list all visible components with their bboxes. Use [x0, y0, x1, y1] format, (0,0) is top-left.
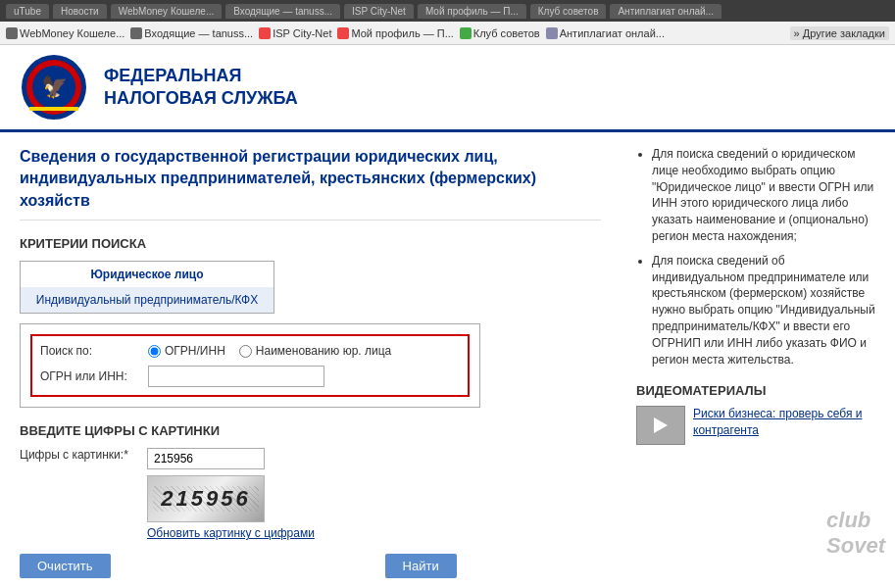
bookmark-favicon-inbox: [130, 27, 142, 39]
captcha-refresh-link[interactable]: Обновить картинку с цифрами: [147, 526, 315, 540]
club-sovet-watermark: clubSovet: [826, 508, 885, 559]
tab-youtube[interactable]: uTube: [6, 4, 49, 19]
tab-news[interactable]: Новости: [53, 4, 107, 19]
video-item: Риски бизнеса: проверь себя и контрагент…: [636, 406, 879, 445]
video-section-title: ВИДЕОМАТЕРИАЛЫ: [636, 383, 879, 398]
video-thumbnail[interactable]: [636, 406, 685, 445]
info-bullet-1: Для поиска сведений о юридическом лице н…: [652, 146, 879, 245]
search-form-inner: Поиск по: ОГРН/ИНН Наименованию юр. лица: [30, 334, 470, 397]
radio-ogrn-label[interactable]: ОГРН/ИНН: [148, 344, 225, 358]
browser-bar: uTube Новости WebMoney Кошеле... Входящи…: [0, 0, 895, 22]
search-button[interactable]: Найти: [385, 554, 457, 578]
captcha-section-title: ВВЕДИТЕ ЦИФРЫ С КАРТИНКИ: [20, 423, 601, 438]
captcha-label-col: Цифры с картинки:*: [20, 448, 137, 462]
radio-name[interactable]: [239, 345, 252, 358]
tab-antiplag[interactable]: Антиплагиат онлай...: [610, 4, 721, 19]
logo-image: 🦅: [20, 53, 88, 122]
info-bullets: Для поиска сведений о юридическом лице н…: [636, 146, 879, 368]
other-bookmarks[interactable]: » Другие закладки: [790, 26, 889, 40]
clear-button[interactable]: Очистить: [20, 554, 111, 578]
bookmark-favicon-isp: [259, 27, 271, 39]
tab-legal-entity[interactable]: Юридическое лицо: [21, 262, 273, 287]
tab-inbox[interactable]: Входящие — tanuss...: [225, 4, 340, 19]
captcha-label: Цифры с картинки:*: [20, 448, 137, 462]
bookmark-favicon-webmoney: [6, 27, 18, 39]
captcha-row: Цифры с картинки:* 215956 Обновить карти…: [20, 448, 601, 540]
radio-ogrn[interactable]: [148, 345, 161, 358]
search-by-row: Поиск по: ОГРН/ИНН Наименованию юр. лица: [40, 344, 460, 358]
radio-name-label[interactable]: Наименованию юр. лица: [239, 344, 391, 358]
entity-tabs: Юридическое лицо Индивидуальный предприн…: [20, 261, 274, 314]
bookmark-antiplag[interactable]: Антиплагиат онлай...: [546, 27, 665, 39]
ogrn-row: ОГРН или ИНН:: [40, 366, 460, 387]
ogrn-label: ОГРН или ИНН:: [40, 369, 138, 383]
info-bullet-2: Для поиска сведений об индивидуальном пр…: [652, 253, 879, 368]
bookmark-webmoney[interactable]: WebMoney Кошеле...: [6, 27, 124, 39]
content-area: Сведения о государственной регистрации ю…: [0, 132, 895, 588]
tab-isp[interactable]: ISP City-Net: [344, 4, 414, 19]
tab-profile[interactable]: Мой профиль — П...: [418, 4, 526, 19]
bookmark-profile[interactable]: Мой профиль — П...: [337, 27, 453, 39]
bookmark-favicon-club: [460, 27, 472, 39]
bookmark-inbox[interactable]: Входящие — tanuss...: [130, 27, 253, 39]
captcha-section: ВВЕДИТЕ ЦИФРЫ С КАРТИНКИ Цифры с картинк…: [20, 423, 601, 540]
site-header: 🦅 ФЕДЕРАЛЬНАЯ НАЛОГОВАЯ СЛУЖБА: [0, 45, 895, 132]
video-link[interactable]: Риски бизнеса: проверь себя и контрагент…: [693, 406, 879, 439]
bookmarks-bar: WebMoney Кошеле... Входящие — tanuss... …: [0, 22, 895, 45]
bookmark-favicon-antiplag: [546, 27, 558, 39]
tab-club[interactable]: Клуб советов: [530, 4, 607, 19]
captcha-input-col: 215956 Обновить картинку с цифрами: [147, 448, 315, 540]
bookmark-club[interactable]: Клуб советов: [460, 27, 540, 39]
page-title: Сведения о государственной регистрации ю…: [20, 146, 601, 220]
main-content: Сведения о государственной регистрации ю…: [0, 132, 621, 588]
action-buttons: Очистить Найти: [20, 554, 601, 578]
captcha-text: 215956: [161, 486, 250, 512]
search-section-title: КРИТЕРИИ ПОИСКА: [20, 236, 601, 251]
page-wrapper: 🦅 ФЕДЕРАЛЬНАЯ НАЛОГОВАЯ СЛУЖБА Сведения …: [0, 45, 895, 588]
svg-rect-4: [29, 107, 78, 111]
svg-text:🦅: 🦅: [41, 74, 69, 100]
tab-individual-entrepreneur[interactable]: Индивидуальный предприниматель/КФХ: [21, 287, 273, 313]
bookmark-favicon-profile: [337, 27, 349, 39]
bookmark-isp[interactable]: ISP City-Net: [259, 27, 331, 39]
search-radio-group: ОГРН/ИНН Наименованию юр. лица: [148, 344, 391, 358]
captcha-image: 215956: [147, 475, 265, 522]
captcha-input[interactable]: [147, 448, 265, 469]
logo-text: ФЕДЕРАЛЬНАЯ НАЛОГОВАЯ СЛУЖБА: [104, 65, 298, 111]
tab-webmoney[interactable]: WebMoney Кошеле...: [111, 4, 223, 19]
play-icon: [654, 417, 668, 433]
ogrn-input[interactable]: [148, 366, 324, 387]
search-by-label: Поиск по:: [40, 344, 138, 358]
search-form: Поиск по: ОГРН/ИНН Наименованию юр. лица: [20, 323, 480, 408]
